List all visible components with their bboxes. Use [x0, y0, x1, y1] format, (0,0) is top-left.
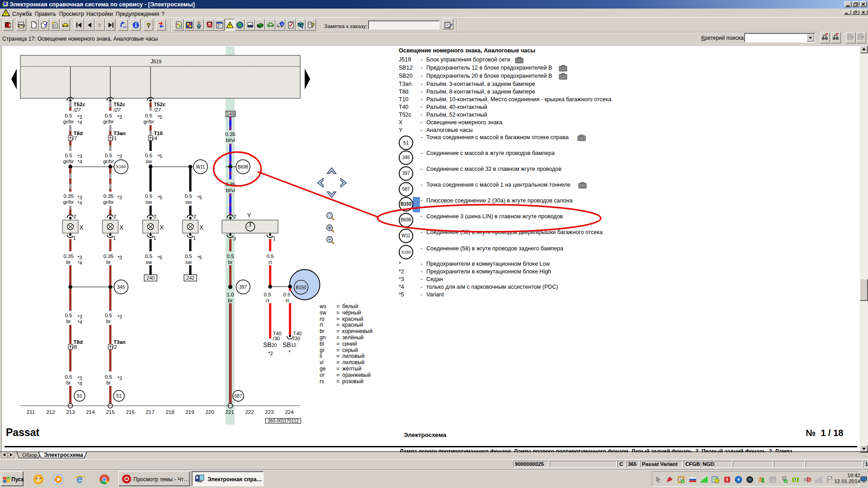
svg-text:149: 149 — [226, 111, 235, 117]
svg-text:51: 51 — [116, 393, 122, 399]
svg-text:2: 2 — [193, 214, 196, 219]
svg-text:/1: /1 — [113, 136, 117, 141]
svg-text:*3: *3 — [78, 314, 82, 319]
svg-text:*4: *4 — [78, 159, 82, 164]
svg-text:/30: /30 — [273, 336, 280, 341]
svg-text:/27: /27 — [153, 107, 161, 113]
svg-text:1: 1 — [73, 235, 76, 241]
svg-text:B150: B150 — [296, 285, 307, 290]
svg-text:/30: /30 — [293, 336, 300, 341]
svg-text:2: 2 — [74, 214, 76, 219]
svg-text:345: 345 — [117, 284, 125, 290]
svg-text:/4: /4 — [153, 136, 157, 141]
svg-text:397: 397 — [239, 284, 247, 290]
svg-text:*3: *3 — [118, 375, 122, 381]
svg-text:217: 217 — [146, 409, 154, 415]
svg-text:gr/br: gr/br — [103, 119, 114, 124]
svg-text:0.5: 0.5 — [145, 193, 152, 199]
svg-text:2: 2 — [154, 214, 156, 219]
svg-text:bl/vi: bl/vi — [226, 188, 235, 193]
svg-text:*5: *5 — [158, 195, 162, 200]
svg-text:bl/vi: bl/vi — [226, 137, 235, 143]
svg-text:0.5: 0.5 — [145, 113, 152, 118]
svg-text:0.5: 0.5 — [185, 253, 192, 259]
svg-text:0.5: 0.5 — [105, 113, 112, 118]
svg-text:224: 224 — [285, 409, 294, 415]
svg-text:*4: *4 — [78, 200, 82, 206]
svg-text:*3: *3 — [118, 255, 122, 260]
svg-text:*3: *3 — [118, 314, 122, 319]
svg-text:*5: *5 — [158, 154, 162, 159]
svg-text:219: 219 — [185, 409, 194, 415]
svg-text:220: 220 — [205, 409, 214, 415]
svg-text:X: X — [80, 224, 84, 231]
svg-text:*: * — [288, 349, 291, 356]
svg-text:360-001170112: 360-001170112 — [268, 418, 299, 423]
svg-text:T52c: T52c — [113, 102, 126, 107]
svg-text:br: br — [66, 319, 71, 324]
svg-text:SB12: SB12 — [283, 341, 297, 348]
svg-text:/8: /8 — [73, 344, 77, 350]
svg-text:240: 240 — [146, 275, 155, 281]
svg-text:*3: *3 — [118, 154, 122, 159]
svg-text:sw: sw — [146, 159, 152, 164]
svg-text:0.5: 0.5 — [65, 113, 72, 118]
svg-text:gr/br: gr/br — [143, 119, 154, 124]
svg-text:br: br — [106, 380, 111, 385]
svg-text:gr/br: gr/br — [63, 159, 74, 164]
svg-text:0.5: 0.5 — [264, 292, 271, 297]
svg-text:sw: sw — [185, 259, 192, 265]
svg-text:1.0: 1.0 — [227, 292, 234, 297]
svg-text:*3: *3 — [78, 195, 82, 200]
svg-text:T52c: T52c — [74, 102, 86, 107]
svg-text:2: 2 — [234, 214, 236, 219]
svg-text:1: 1 — [153, 235, 156, 241]
svg-text:0.5: 0.5 — [227, 253, 234, 259]
svg-text:*5: *5 — [198, 255, 202, 260]
svg-text:/2: /2 — [113, 344, 117, 350]
svg-text:218: 218 — [165, 409, 174, 415]
svg-text:0.5: 0.5 — [105, 374, 112, 380]
svg-text:213: 213 — [66, 409, 75, 415]
svg-text:*5: *5 — [158, 255, 162, 260]
svg-text:0.5: 0.5 — [185, 193, 192, 199]
svg-text:1: 1 — [193, 235, 196, 241]
svg-text:gr/br: gr/br — [103, 159, 114, 164]
svg-text:*3: *3 — [78, 154, 82, 159]
svg-text:/27: /27 — [113, 107, 121, 113]
svg-text:sw: sw — [146, 199, 152, 205]
svg-text:W11: W11 — [196, 164, 205, 169]
svg-text:*3: *3 — [78, 255, 82, 260]
svg-text:*3: *3 — [118, 195, 122, 200]
svg-text:0.35: 0.35 — [225, 131, 235, 137]
svg-text:br: br — [106, 319, 111, 324]
svg-text:*4: *4 — [78, 381, 82, 386]
svg-text:gr/br: gr/br — [103, 199, 114, 205]
svg-text:J519: J519 — [151, 58, 161, 65]
svg-text:*4: *4 — [78, 120, 82, 125]
svg-text:0.35: 0.35 — [104, 193, 113, 199]
svg-text:221: 221 — [225, 409, 234, 415]
svg-text:*3: *3 — [78, 114, 82, 120]
svg-text:0.35: 0.35 — [63, 253, 73, 259]
svg-text:rt: rt — [269, 259, 272, 265]
svg-text:rt: rt — [266, 298, 269, 303]
svg-text:gr/br: gr/br — [63, 199, 74, 205]
svg-text:0.35: 0.35 — [63, 193, 73, 199]
svg-text:0.5: 0.5 — [105, 313, 112, 318]
svg-text:br: br — [66, 259, 71, 265]
svg-text:2: 2 — [113, 214, 116, 219]
svg-text:Y: Y — [247, 212, 251, 219]
svg-text:0.5: 0.5 — [65, 153, 72, 158]
svg-text:sw: sw — [146, 259, 152, 265]
svg-text:*2: *2 — [269, 351, 273, 356]
svg-text:br: br — [66, 380, 71, 385]
svg-text:215: 215 — [106, 409, 114, 415]
svg-text:gr/br: gr/br — [63, 119, 74, 124]
svg-text:1: 1 — [273, 236, 276, 241]
svg-text:br: br — [106, 259, 111, 265]
svg-text:242: 242 — [186, 275, 194, 281]
svg-text:51: 51 — [77, 393, 82, 399]
svg-text:212: 212 — [46, 409, 55, 415]
svg-text:/27: /27 — [73, 107, 81, 113]
